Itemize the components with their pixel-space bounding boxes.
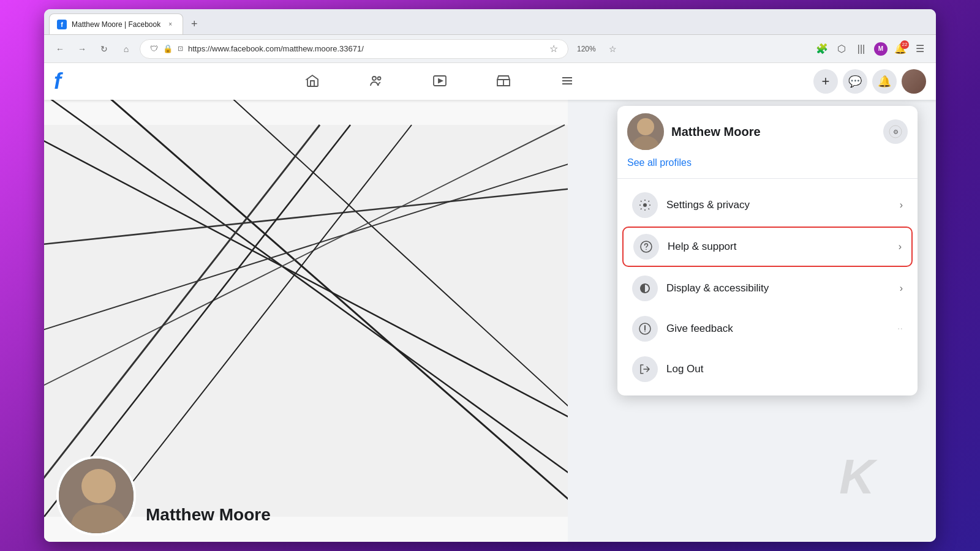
tab-favicon: f <box>57 20 67 29</box>
create-button[interactable]: + <box>813 69 838 94</box>
notifications-icon[interactable]: 🔔 22 <box>892 40 909 58</box>
messenger-button[interactable]: 💬 <box>843 69 867 94</box>
browser-window: f Matthew Moore | Facebook × + ← → ↻ ⌂ 🛡… <box>44 9 936 542</box>
facebook-logo: f <box>54 69 61 94</box>
svg-point-23 <box>637 118 654 135</box>
cover-area: Matthew Moore <box>44 100 568 542</box>
dropdown-user-info: Matthew Moore <box>627 113 761 150</box>
nav-left: f <box>54 69 66 94</box>
dropdown-meta-button[interactable]: ⚙ <box>883 119 908 144</box>
tracking-icon: ⊡ <box>178 45 183 53</box>
profile-name-section: Matthew Moore <box>146 505 271 536</box>
content-area: f <box>44 63 936 542</box>
facebook-navbar: f <box>44 63 936 100</box>
lock-icon: 🔒 <box>163 44 173 53</box>
logout-label: Log Out <box>666 363 903 375</box>
svg-point-1 <box>378 77 381 80</box>
svg-point-0 <box>372 77 376 80</box>
display-label: Display & accessibility <box>666 282 891 294</box>
profile-manager-icon[interactable]: M <box>872 40 889 58</box>
svg-text:⚙: ⚙ <box>893 129 899 135</box>
dropdown-menu: Matthew Moore ⚙ See all profiles <box>617 106 918 395</box>
nav-center <box>66 66 813 97</box>
shield-icon: 🛡 <box>150 44 158 53</box>
bookmark-star-icon[interactable]: ☆ <box>549 43 558 54</box>
tab-bar: f Matthew Moore | Facebook × + <box>44 9 936 35</box>
profile-section: Matthew Moore <box>44 493 568 542</box>
new-tab-button[interactable]: + <box>186 15 203 32</box>
refresh-button[interactable]: ↻ <box>96 40 113 58</box>
dropdown-avatar[interactable] <box>627 113 664 150</box>
toolbar-icons: 🧩 ⬡ ||| M 🔔 22 ☰ <box>813 40 929 58</box>
menu-item-display[interactable]: Display & accessibility › <box>622 269 913 307</box>
notification-badge: 22 <box>900 40 909 49</box>
feedback-icon-circle <box>632 316 658 342</box>
profile-name: Matthew Moore <box>146 505 271 531</box>
tab-title: Matthew Moore | Facebook <box>72 20 160 29</box>
nav-home[interactable] <box>282 66 343 97</box>
dropdown-username: Matthew Moore <box>671 125 761 139</box>
pocket-icon[interactable]: ⬡ <box>833 40 850 58</box>
profile-avatar-nav[interactable] <box>902 69 926 94</box>
dropdown-user-row: Matthew Moore ⚙ <box>627 113 908 150</box>
address-input[interactable]: 🛡 🔒 ⊡ https://www.facebook.com/matthew.m… <box>140 39 568 59</box>
nav-friends[interactable] <box>345 66 407 97</box>
menu-button[interactable]: ☰ <box>911 40 929 58</box>
feedback-chevron: ·· <box>897 323 903 334</box>
page-background: Matthew Moore <box>44 100 936 542</box>
extensions-icon[interactable]: 🧩 <box>813 40 831 58</box>
menu-item-settings[interactable]: Settings & privacy › <box>622 186 913 224</box>
url-text: https://www.facebook.com/matthew.moore.3… <box>188 44 545 53</box>
svg-marker-3 <box>439 79 442 83</box>
display-icon-circle <box>632 276 658 301</box>
notifications-button[interactable]: 🔔 <box>872 69 897 94</box>
nav-right: + 💬 🔔 <box>813 69 926 94</box>
menu-item-help[interactable]: Help & support › <box>622 227 913 267</box>
nav-menu[interactable] <box>537 66 598 97</box>
svg-point-29 <box>646 249 647 250</box>
forward-button[interactable]: → <box>74 40 91 58</box>
menu-items-container: Settings & privacy › Help & support <box>617 179 918 395</box>
settings-icon-circle <box>632 192 658 218</box>
help-chevron: › <box>899 241 902 252</box>
nav-marketplace[interactable] <box>473 66 534 97</box>
feedback-label: Give feedback <box>666 323 889 335</box>
dropdown-user-section: Matthew Moore ⚙ See all profiles <box>617 106 918 179</box>
see-all-profiles-link[interactable]: See all profiles <box>627 157 908 168</box>
svg-point-27 <box>643 203 647 207</box>
watermark: K <box>839 449 875 505</box>
logout-icon-circle <box>632 356 658 382</box>
menu-item-feedback[interactable]: Give feedback ·· <box>622 310 913 348</box>
help-label: Help & support <box>668 241 890 253</box>
active-tab[interactable]: f Matthew Moore | Facebook × <box>49 13 183 34</box>
back-button[interactable]: ← <box>51 40 69 58</box>
settings-chevron: › <box>900 200 903 211</box>
address-bar: ← → ↻ ⌂ 🛡 🔒 ⊡ https://www.facebook.com/m… <box>44 35 936 63</box>
display-chevron: › <box>900 283 903 294</box>
svg-point-32 <box>644 331 646 332</box>
library-icon[interactable]: ||| <box>853 40 870 58</box>
nav-watch[interactable] <box>409 66 470 97</box>
tab-close-button[interactable]: × <box>165 20 175 29</box>
bookmark-icon[interactable]: ☆ <box>605 40 622 58</box>
settings-label: Settings & privacy <box>666 199 891 211</box>
svg-rect-8 <box>44 125 568 517</box>
svg-point-20 <box>81 469 116 503</box>
home-button[interactable]: ⌂ <box>118 40 135 58</box>
profile-avatar-large[interactable] <box>56 456 136 536</box>
help-icon-circle <box>633 234 659 260</box>
zoom-level[interactable]: 120% <box>573 43 600 54</box>
menu-item-logout[interactable]: Log Out <box>622 350 913 388</box>
